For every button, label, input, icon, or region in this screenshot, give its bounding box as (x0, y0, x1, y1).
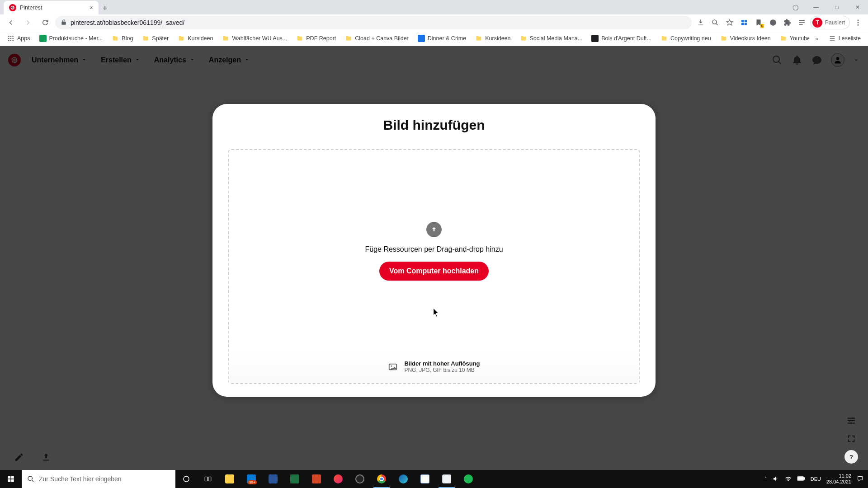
bookmark-label: Copywriting neu (670, 35, 711, 42)
svg-point-10 (10, 36, 12, 37)
svg-rect-4 (745, 23, 747, 25)
list-icon (829, 35, 836, 42)
tray-overflow-icon[interactable]: ˄ (764, 476, 767, 482)
pinterest-icon (9, 4, 16, 11)
bookmark-item[interactable]: Blog (108, 33, 137, 44)
svg-point-11 (12, 36, 14, 37)
svg-rect-33 (798, 477, 803, 480)
expand-fullscreen-icon[interactable] (844, 432, 858, 446)
pinterest-save-ext-icon[interactable]: 0 (752, 16, 765, 29)
taskbar-taskview-icon[interactable] (197, 470, 219, 488)
svg-rect-30 (208, 477, 211, 481)
search-placeholder: Zur Suche Text hier eingeben (39, 475, 122, 483)
bookmark-item[interactable]: Später (138, 33, 172, 44)
taskbar-excel-icon[interactable] (284, 470, 306, 488)
taskbar-pinned-apps: 99+ (175, 470, 479, 488)
edit-pencil-icon[interactable] (13, 451, 25, 464)
extensions-puzzle-icon[interactable] (781, 16, 794, 29)
taskbar-notepad-icon[interactable] (414, 470, 436, 488)
tray-date: 28.04.2021 (826, 479, 851, 485)
taskbar-chrome-icon[interactable] (371, 470, 392, 488)
bookmark-label: PDF Report (306, 35, 336, 42)
bookmark-item[interactable]: Cload + Canva Bilder (341, 33, 412, 44)
bookmark-item[interactable]: Dinner & Crime (414, 33, 470, 44)
taskbar-word-icon[interactable] (262, 470, 284, 488)
bookmark-overflow-icon[interactable]: » (811, 32, 823, 45)
new-tab-button[interactable]: + (99, 2, 111, 14)
bookmark-item[interactable]: Videokurs Ideen (717, 33, 774, 44)
svg-point-20 (391, 365, 392, 366)
bookmark-star-icon[interactable] (723, 16, 736, 29)
upload-from-computer-button[interactable]: Vom Computer hochladen (379, 262, 489, 281)
svg-rect-27 (11, 479, 14, 482)
svg-point-12 (8, 38, 9, 39)
extensions-group-icon[interactable] (738, 16, 750, 29)
bookmark-item[interactable]: PDF Report (292, 33, 340, 44)
taskbar-search[interactable]: Zur Suche Text hier eingeben (22, 470, 175, 488)
apps-shortcut[interactable]: Apps (4, 33, 34, 44)
bookmark-item[interactable]: Kursideen (174, 33, 217, 44)
bookmark-item[interactable]: Youtube WICHTIG (776, 33, 809, 44)
url-text: pinterest.at/tobiasbecker061199/_saved/ (71, 19, 184, 26)
settings-sliders-icon[interactable] (844, 414, 858, 427)
bookmark-item[interactable]: Copywriting neu (657, 33, 715, 44)
upload-dropzone[interactable]: Füge Ressourcen per Drag-and-drop hinzu … (228, 149, 640, 384)
start-button[interactable] (0, 470, 22, 488)
window-person-icon[interactable]: ◯ (785, 0, 806, 14)
zoom-icon[interactable] (709, 16, 722, 29)
address-bar[interactable]: pinterest.at/tobiasbecker061199/_saved/ (55, 16, 692, 29)
window-minimize-icon[interactable]: — (806, 0, 826, 14)
tray-language[interactable]: DEU (811, 476, 821, 482)
folder-icon (222, 35, 229, 42)
site-favicon-icon (39, 35, 47, 42)
tray-volume-icon[interactable] (773, 475, 779, 483)
lock-icon (61, 19, 67, 27)
bookmark-item[interactable]: Bois d'Argent Duft... (588, 33, 655, 44)
nav-back-button[interactable] (4, 15, 18, 30)
svg-point-23 (850, 422, 852, 424)
close-tab-icon[interactable]: × (90, 4, 93, 11)
tray-action-center-icon[interactable] (857, 475, 863, 483)
ext-icon-1[interactable] (767, 16, 779, 29)
bookmark-label: Youtube WICHTIG (790, 35, 809, 42)
taskbar-edge-icon[interactable] (392, 470, 414, 488)
tray-clock[interactable]: 11:02 28.04.2021 (826, 473, 851, 484)
reading-list-button[interactable]: Leseliste (825, 33, 864, 44)
taskbar-obs-icon[interactable] (349, 470, 371, 488)
svg-point-0 (712, 20, 717, 24)
reading-list-icon[interactable] (796, 16, 808, 29)
bookmark-item[interactable]: Social Media Mana... (516, 33, 586, 44)
install-app-icon[interactable] (694, 16, 707, 29)
tray-battery-icon[interactable] (797, 476, 805, 482)
browser-tab[interactable]: Pinterest × (4, 1, 99, 14)
taskbar-cortana-icon[interactable] (175, 470, 197, 488)
bookmark-item[interactable]: Wahlfächer WU Aus... (218, 33, 291, 44)
reload-button[interactable] (38, 15, 52, 30)
taskbar-app-2-icon[interactable] (436, 470, 458, 488)
bookmark-label: Dinner & Crime (428, 35, 466, 42)
bookmark-item[interactable]: Produktsuche - Mer... (36, 33, 107, 44)
taskbar-spotify-icon[interactable] (458, 470, 479, 488)
share-upload-icon[interactable] (40, 451, 52, 464)
svg-point-14 (12, 38, 14, 39)
taskbar-explorer-icon[interactable] (219, 470, 241, 488)
bookmark-label: Später (152, 35, 169, 42)
profile-chip[interactable]: T Pausiert (810, 16, 850, 29)
bookmark-label: Social Media Mana... (530, 35, 583, 42)
bookmark-item[interactable]: Kursideen (472, 33, 514, 44)
browser-titlebar: Pinterest × + ◯ — □ ✕ (0, 0, 868, 14)
help-button[interactable]: ? (844, 450, 858, 464)
taskbar-powerpoint-icon[interactable] (306, 470, 327, 488)
page-content: UnternehmenErstellenAnalyticsAnzeigen Bi… (0, 46, 868, 470)
svg-rect-32 (804, 478, 805, 479)
taskbar-mail-icon[interactable]: 99+ (241, 470, 262, 488)
tray-network-icon[interactable] (785, 475, 792, 483)
window-close-icon[interactable]: ✕ (847, 0, 868, 14)
system-tray: ˄ DEU 11:02 28.04.2021 (760, 473, 868, 484)
window-maximize-icon[interactable]: □ (826, 0, 847, 14)
nav-forward-button[interactable] (21, 15, 35, 30)
chrome-menu-icon[interactable] (852, 16, 864, 29)
taskbar-app-1-icon[interactable] (327, 470, 349, 488)
folder-icon (780, 35, 787, 42)
modal-title: Bild hinzufügen (228, 117, 640, 133)
